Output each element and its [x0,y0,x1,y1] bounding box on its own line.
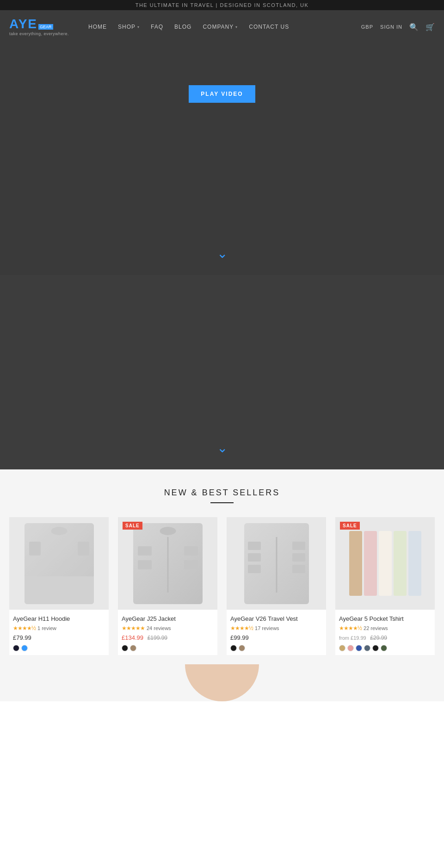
logo-tagline: take everything, everywhere. [9,31,69,36]
currency-selector[interactable]: GBP [361,24,373,30]
product-name-2: AyeGear J25 Jacket [122,615,214,622]
color-swatch[interactable] [381,645,387,651]
price-original-2: £199.99 [148,635,167,641]
products-section-title: NEW & BEST SELLERS [9,488,435,498]
price-from-4: from £19.99 [339,635,366,641]
color-swatch[interactable] [239,645,245,651]
product-card-3[interactable]: AyeGear V26 Travel Vest ★★★★½ 17 reviews… [227,517,326,655]
color-swatch[interactable] [372,645,379,651]
search-icon[interactable]: 🔍 [409,23,419,31]
product-name-1: AyeGear H11 Hoodie [13,615,105,622]
sale-badge-2: SALE [123,522,142,530]
nav-item-shop[interactable]: SHOP ▾ [112,24,145,30]
nav-blog-label: BLOG [174,24,191,30]
sign-in-button[interactable]: SIGN IN [380,24,402,30]
bottom-partial-circle [185,664,259,701]
product-info-4: AyeGear 5 Pocket Tshirt ★★★★½ 22 reviews… [335,610,435,655]
product-stars-1: ★★★★½ 1 review [13,625,105,631]
cart-icon[interactable]: 🛒 [426,23,435,31]
hero-section-2: ⌄ [0,275,444,469]
product-info-1: AyeGear H11 Hoodie ★★★★½ 1 review £79.99 [9,610,109,655]
navigation: AYEGEAR take everything, everywhere. HOM… [0,10,444,44]
color-swatch[interactable] [230,645,237,651]
product-price-2: £134.99 £199.99 [122,634,214,641]
product-price-4: from £19.99 £29.99 [339,634,431,641]
nav-item-faq[interactable]: FAQ [145,24,169,30]
product-image-tshirt [335,517,435,610]
review-count-3: 17 reviews [255,625,279,631]
product-image-hoodie [9,517,109,610]
nav-faq-label: FAQ [151,24,163,30]
nav-item-company[interactable]: COMPANY ▾ [197,24,243,30]
color-swatch[interactable] [21,645,28,651]
nav-item-contact[interactable]: CONTACT US [243,24,295,30]
review-count-1: 1 review [37,625,56,631]
sale-badge-4: SALE [340,522,360,530]
product-info-2: AyeGear J25 Jacket ★★★★★ 24 reviews £134… [118,610,217,655]
play-video-button[interactable]: PLAY VIDEO [189,85,255,103]
color-swatch[interactable] [130,645,136,651]
color-swatches-3 [230,645,322,651]
product-image-jacket [118,517,217,610]
product-placeholder-hoodie [25,523,94,604]
review-count-2: 24 reviews [147,625,171,631]
color-swatch[interactable] [356,645,362,651]
star-rating-3: ★★★★½ [230,625,253,631]
star-rating-4: ★★★★½ [339,625,362,631]
nav-links: HOME SHOP ▾ FAQ BLOG COMPANY ▾ CONTACT U… [83,24,361,30]
product-card-2[interactable]: SALE AyeGear J25 Jacket ★★★★★ 24 reviews [118,517,217,655]
color-swatch[interactable] [364,645,370,651]
nav-home-label: HOME [88,24,107,30]
color-swatch[interactable] [339,645,345,651]
logo-main-text: AYE [9,18,37,31]
bottom-partial [0,664,444,701]
section-divider [210,502,234,503]
price-original-4: £29.99 [370,635,387,641]
product-card-4[interactable]: SALE AyeGear 5 Pocket Tshirt ★★★★½ 22 re… [335,517,435,655]
hero-section: PLAY VIDEO ⌄ [0,44,444,275]
color-swatches-2 [122,645,214,651]
top-banner: THE ULTIMATE IN TRAVEL | DESIGNED IN SCO… [0,0,444,10]
price-sale-2: £134.99 [122,634,143,641]
product-placeholder-tshirt [345,526,426,600]
scroll-down-chevron[interactable]: ⌄ [217,246,228,261]
product-placeholder-vest [244,523,309,604]
nav-contact-label: CONTACT US [249,24,289,30]
banner-text: THE ULTIMATE IN TRAVEL | DESIGNED IN SCO… [136,2,309,8]
nav-item-home[interactable]: HOME [83,24,112,30]
products-grid: AyeGear H11 Hoodie ★★★★½ 1 review £79.99… [9,517,435,655]
product-card-1[interactable]: AyeGear H11 Hoodie ★★★★½ 1 review £79.99 [9,517,109,655]
sign-in-label: SIGN IN [380,24,402,30]
chevron-down-icon-2: ▾ [235,25,238,29]
star-rating-1: ★★★★½ [13,625,36,631]
product-placeholder-jacket [133,523,203,604]
color-swatch[interactable] [347,645,354,651]
currency-label: GBP [361,24,373,30]
color-swatches-1 [13,645,105,651]
star-rating-2: ★★★★★ [122,625,145,631]
scroll-down-chevron-2[interactable]: ⌄ [217,440,228,456]
product-price-3: £99.99 [230,634,322,641]
color-swatch[interactable] [13,645,19,651]
nav-shop-label: SHOP [118,24,136,30]
color-swatches-4 [339,645,431,651]
chevron-down-icon: ▾ [137,25,140,29]
product-stars-4: ★★★★½ 22 reviews [339,625,431,631]
nav-right: GBP SIGN IN 🔍 🛒 [361,23,435,31]
product-info-3: AyeGear V26 Travel Vest ★★★★½ 17 reviews… [227,610,326,655]
product-price-1: £79.99 [13,634,105,641]
product-name-4: AyeGear 5 Pocket Tshirt [339,615,431,622]
logo-gear-text: GEAR [38,24,53,30]
logo[interactable]: AYEGEAR take everything, everywhere. [9,18,69,36]
product-stars-3: ★★★★½ 17 reviews [230,625,322,631]
product-image-vest [227,517,326,610]
nav-item-blog[interactable]: BLOG [169,24,197,30]
products-section: NEW & BEST SELLERS AyeGear H11 Hoodie ★★… [0,469,444,664]
nav-company-label: COMPANY [203,24,234,30]
product-name-3: AyeGear V26 Travel Vest [230,615,322,622]
color-swatch[interactable] [122,645,128,651]
review-count-4: 22 reviews [364,625,388,631]
product-stars-2: ★★★★★ 24 reviews [122,625,214,631]
